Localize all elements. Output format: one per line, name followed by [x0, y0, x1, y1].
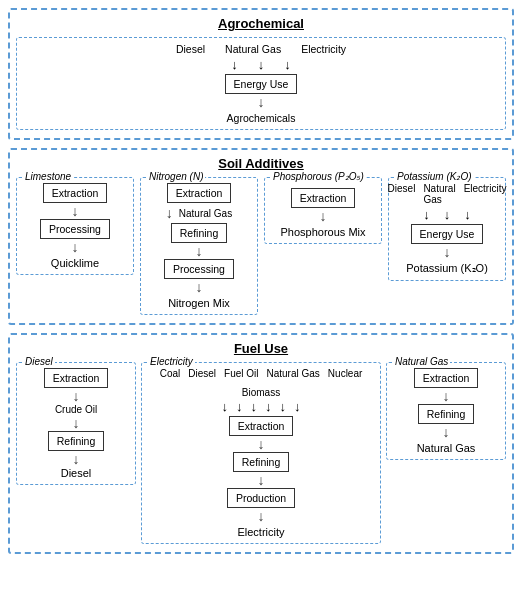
elec-fueloil: Fuel Oil	[224, 368, 258, 379]
arr: ↓	[72, 203, 79, 219]
agro-input-diesel: Diesel	[176, 43, 205, 55]
fuel-use-grid: Diesel Extraction ↓ Crude Oil ↓ Refining…	[16, 362, 506, 544]
nitrogen-naturalgas-label: Natural Gas	[179, 208, 232, 219]
limestone-extraction: Extraction	[43, 183, 108, 203]
agro-energy-use-box: Energy Use	[225, 74, 298, 94]
elec-extraction: Extraction	[229, 416, 294, 436]
agrochemical-section: Agrochemical Diesel Natural Gas Electric…	[8, 8, 514, 140]
fuel-use-section: Fuel Use Diesel Extraction ↓ Crude Oil ↓…	[8, 333, 514, 554]
elec-ng: Natural Gas	[267, 368, 320, 379]
elec-coal: Coal	[160, 368, 181, 379]
pot-arrows-row: ↓ ↓ ↓	[423, 207, 471, 222]
phosphorous-box: Phosphorous (P₂O₅) Extraction ↓ Phosphor…	[264, 177, 382, 244]
arr: ↓	[443, 424, 450, 440]
fuel-diesel-col: Diesel Extraction ↓ Crude Oil ↓ Refining…	[16, 362, 136, 485]
limestone-box: Limestone Extraction ↓ Processing ↓ Quic…	[16, 177, 134, 275]
nitrogen-processing: Processing	[164, 259, 234, 279]
fuel-diesel-label: Diesel	[23, 356, 55, 367]
elec-diesel: Diesel	[188, 368, 216, 379]
pot-ng: Natural Gas	[423, 183, 455, 205]
fuel-diesel-extraction: Extraction	[44, 368, 109, 388]
arr: ↓	[258, 472, 265, 488]
agro-output: Agrochemicals	[227, 112, 296, 124]
elec-refining: Refining	[233, 452, 290, 472]
fuel-ng-extraction: Extraction	[414, 368, 479, 388]
potassium-output: Potassium (K₂O)	[406, 262, 488, 275]
potassium-box: Potassium (K₂O) Diesel Natural Gas Elect…	[388, 177, 506, 281]
fuel-electricity-box: Electricity Coal Diesel Fuel Oil Natural…	[141, 362, 381, 544]
arr: ↓	[320, 208, 327, 224]
fuel-diesel-refining: Refining	[48, 431, 105, 451]
arr: ↓	[166, 205, 173, 221]
fuel-diesel-crude: Crude Oil	[55, 404, 97, 415]
agro-inputs-row: Diesel Natural Gas Electricity	[176, 43, 346, 55]
arr: ↓	[196, 279, 203, 295]
agrochemical-title: Agrochemical	[16, 16, 506, 31]
phosphorous-mix: Phosphorous Mix	[281, 226, 366, 238]
arr: ↓	[73, 388, 80, 404]
arrow-2: ↓	[258, 57, 265, 72]
arr: ↓	[196, 243, 203, 259]
phosphorous-label: Phosphorous (P₂O₅)	[271, 171, 366, 182]
arr: ↓	[73, 451, 80, 467]
fuel-ng-refining: Refining	[418, 404, 475, 424]
arr: ↓	[73, 415, 80, 431]
agro-arrow-down: ↓	[258, 94, 265, 110]
nitrogen-refining: Refining	[171, 223, 228, 243]
arrow-1: ↓	[231, 57, 238, 72]
nitrogen-label: Nitrogen (N)	[147, 171, 205, 182]
nitrogen-extraction: Extraction	[167, 183, 232, 203]
elec-production: Production	[227, 488, 295, 508]
fuel-diesel-box: Diesel Extraction ↓ Crude Oil ↓ Refining…	[16, 362, 136, 485]
elec-nuclear: Nuclear	[328, 368, 362, 379]
nitrogen-mix: Nitrogen Mix	[168, 297, 230, 309]
limestone-label: Limestone	[23, 171, 73, 182]
fuel-naturalgas-box: Natural Gas Extraction ↓ Refining ↓ Natu…	[386, 362, 506, 460]
fuel-ng-label: Natural Gas	[393, 356, 450, 367]
soil-phosphorous-col: Phosphorous (P₂O₅) Extraction ↓ Phosphor…	[264, 177, 382, 315]
nitrogen-box: Nitrogen (N) Extraction ↓ Natural Gas Re…	[140, 177, 258, 315]
arr: ↓	[72, 239, 79, 255]
soil-nitrogen-col: Nitrogen (N) Extraction ↓ Natural Gas Re…	[140, 177, 258, 315]
phosphorous-extraction: Extraction	[291, 188, 356, 208]
arr: ↓	[443, 388, 450, 404]
agro-input-naturalgas: Natural Gas	[225, 43, 281, 55]
soil-additives-title: Soil Additives	[16, 156, 506, 171]
elec-arrows-row: ↓↓↓ ↓↓↓	[222, 399, 301, 414]
soil-additives-section: Soil Additives Limestone Extraction ↓ Pr…	[8, 148, 514, 325]
elec-output: Electricity	[237, 526, 284, 538]
limestone-processing: Processing	[40, 219, 110, 239]
fuel-electricity-col: Electricity Coal Diesel Fuel Oil Natural…	[141, 362, 381, 544]
elec-inputs-row: Coal Diesel Fuel Oil Natural Gas Nuclear…	[146, 368, 376, 398]
agrochemical-inner: Diesel Natural Gas Electricity ↓ ↓ ↓ Ene…	[16, 37, 506, 130]
agro-input-electricity: Electricity	[301, 43, 346, 55]
agro-arrows: ↓ ↓ ↓	[231, 57, 291, 72]
pot-diesel: Diesel	[388, 183, 416, 205]
potassium-label: Potassium (K₂O)	[395, 171, 474, 182]
elec-biomass: Biomass	[242, 387, 280, 398]
fuel-use-title: Fuel Use	[16, 341, 506, 356]
arr: ↓	[444, 244, 451, 260]
fuel-naturalgas-col: Natural Gas Extraction ↓ Refining ↓ Natu…	[386, 362, 506, 460]
soil-limestone-col: Limestone Extraction ↓ Processing ↓ Quic…	[16, 177, 134, 315]
fuel-diesel-output: Diesel	[61, 467, 92, 479]
potassium-energy-use: Energy Use	[411, 224, 484, 244]
fuel-electricity-label: Electricity	[148, 356, 195, 367]
fuel-ng-output: Natural Gas	[417, 442, 476, 454]
arr: ↓	[258, 436, 265, 452]
pot-elec: Electricity	[464, 183, 507, 205]
arr: ↓	[258, 508, 265, 524]
soil-potassium-col: Potassium (K₂O) Diesel Natural Gas Elect…	[388, 177, 506, 315]
arrow-3: ↓	[284, 57, 291, 72]
limestone-quicklime: Quicklime	[51, 257, 99, 269]
soil-additives-grid: Limestone Extraction ↓ Processing ↓ Quic…	[16, 177, 506, 315]
